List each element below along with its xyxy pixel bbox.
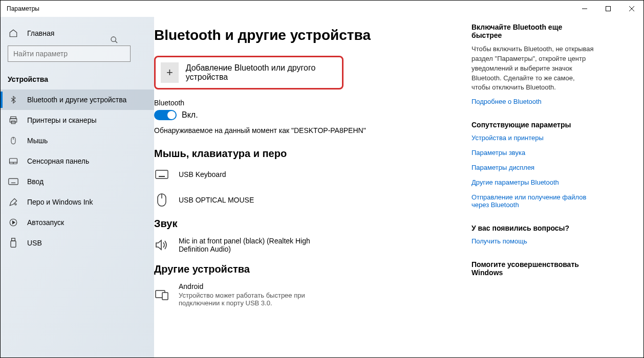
sidebar-item-bluetooth[interactable]: Bluetooth и другие устройства [1,90,154,110]
touchpad-icon [8,155,19,167]
section-mouse-kbd: Мышь, клавиатура и перо [154,148,451,160]
sidebar-item-label: Автозапуск [27,218,64,227]
related-link[interactable]: Устройства и принтеры [471,134,594,142]
questions-block: У вас появились вопросы? Получить помощь [471,224,594,245]
questions-title: У вас появились вопросы? [471,224,594,232]
autoplay-icon [8,217,19,228]
tip-block: Включайте Bluetooth еще быстрее Чтобы вк… [471,23,594,105]
sidebar-category: Устройства [1,69,154,90]
sidebar-item-label: USB [27,239,42,247]
section-sound: Звук [154,218,451,230]
sidebar-item-label: Сенсорная панель [27,157,89,165]
sidebar-category-label: Устройства [8,75,48,83]
mouse-icon [8,135,19,146]
add-device-label: Добавление Bluetooth или другого устройс… [186,63,337,82]
svg-rect-14 [9,178,18,185]
page-title: Bluetooth и другие устройства [154,27,451,43]
related-link[interactable]: Параметры звука [471,149,594,156]
device-label: USB Keyboard [179,170,226,178]
svg-point-4 [111,37,116,41]
titlebar: Параметры [1,1,643,17]
device-label: USB OPTICAL MOUSE [179,196,254,204]
bluetooth-toggle-row: Вкл. [154,110,451,120]
related-title: Сопутствующие параметры [471,121,594,129]
minimize-button[interactable] [573,1,596,17]
device-subtext: Устройство может работать быстрее при по… [179,292,322,307]
right-column: Включайте Bluetooth еще быстрее Чтобы вк… [471,23,605,357]
keyboard-icon [8,176,19,187]
device-android[interactable]: Android Устройство может работать быстре… [154,282,451,307]
svg-rect-34 [162,293,168,300]
svg-point-20 [15,204,16,205]
sidebar-item-label: Bluetooth и другие устройства [27,96,126,104]
tip-link[interactable]: Подробнее о Bluetooth [471,98,594,105]
sidebar-item-printers[interactable]: Принтеры и сканеры [1,110,154,130]
help-link[interactable]: Получить помощь [471,237,594,245]
sidebar-item-mouse[interactable]: Мышь [1,130,154,151]
improve-title: Помогите усовершенствовать Windows [471,260,594,277]
bluetooth-toggle[interactable] [154,110,177,120]
svg-rect-24 [156,170,168,178]
device-mic[interactable]: Mic in at front panel (black) (Realtek H… [154,237,451,253]
home-icon [8,28,19,39]
pen-icon [8,196,19,208]
svg-rect-7 [10,119,17,122]
add-device-button[interactable]: + Добавление Bluetooth или другого устро… [154,56,344,90]
svg-rect-22 [12,238,15,241]
related-link[interactable]: Параметры дисплея [471,164,594,171]
section-other: Другие устройства [154,263,451,275]
printer-icon [8,115,19,126]
speaker-icon [154,237,169,253]
tip-body: Чтобы включить Bluetooth, не открывая ра… [471,44,594,93]
tip-title: Включайте Bluetooth еще быстрее [471,23,594,39]
svg-line-5 [115,41,117,43]
usb-icon [8,237,19,249]
device-icon [154,287,169,302]
sidebar-item-label: Перо и Windows Ink [27,198,93,206]
center-column: Bluetooth и другие устройства + Добавлен… [154,23,471,357]
sidebar-item-label: Ввод [27,177,44,186]
sidebar-home[interactable]: Главная [1,23,154,43]
keyboard-icon [154,167,169,182]
search-wrap [8,46,147,62]
sidebar-item-typing[interactable]: Ввод [1,171,154,192]
discoverable-text: Обнаруживаемое на данный момент как "DES… [154,126,451,135]
bluetooth-state: Вкл. [182,110,198,120]
maximize-button[interactable] [596,1,620,17]
related-link[interactable]: Другие параметры Bluetooth [471,178,594,186]
plus-icon: + [161,62,179,83]
sidebar-item-pen[interactable]: Перо и Windows Ink [1,192,154,212]
close-button[interactable] [620,1,643,17]
device-label: Android [179,282,322,290]
sidebar-home-label: Главная [27,29,54,37]
sidebar-item-label: Принтеры и сканеры [27,116,96,124]
improve-block: Помогите усовершенствовать Windows [471,260,594,277]
sidebar-item-touchpad[interactable]: Сенсорная панель [1,151,154,171]
main-area: Bluetooth и другие устройства + Добавлен… [154,17,643,357]
device-label: Mic in at front panel (black) (Realtek H… [179,237,322,253]
related-block: Сопутствующие параметры Устройства и при… [471,121,594,209]
mouse-icon [154,192,169,208]
window-controls [573,1,643,17]
sidebar: Главная Устройства Bluetooth и другие ус… [1,17,154,357]
svg-rect-23 [11,241,16,248]
sidebar-item-usb[interactable]: USB [1,233,154,253]
bluetooth-icon [8,94,19,105]
device-keyboard[interactable]: USB Keyboard [154,167,451,182]
search-input[interactable] [8,46,131,62]
window-title: Параметры [7,5,573,12]
device-mouse[interactable]: USB OPTICAL MOUSE [154,192,451,208]
bluetooth-label: Bluetooth [154,99,451,107]
related-link[interactable]: Отправление или получение файлов через B… [471,193,594,209]
sidebar-item-autoplay[interactable]: Автозапуск [1,212,154,233]
sidebar-item-label: Мышь [27,137,48,145]
svg-rect-1 [606,7,611,11]
